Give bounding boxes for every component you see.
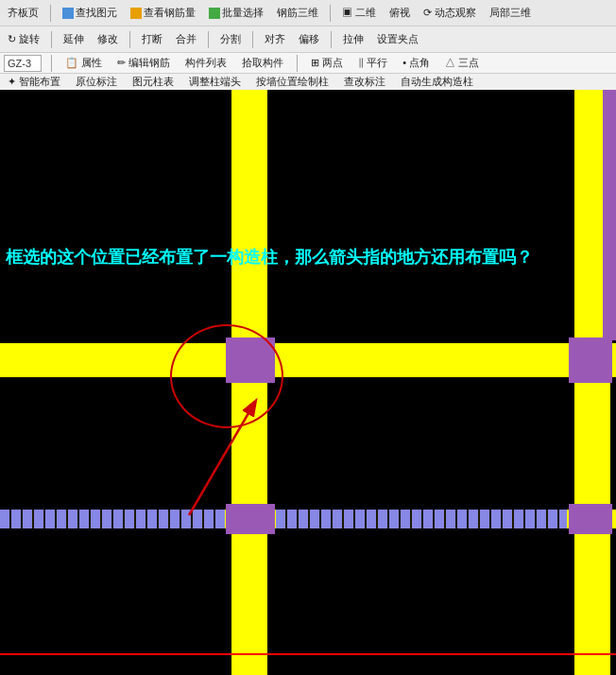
toolbar-row3: GZ-3 📋 属性 ✏ 编辑钢筋 构件列表 拾取构件 ⊞ 两点 ∥ 平行 • 点…: [0, 53, 616, 74]
sep7: [331, 31, 332, 48]
tb-偏移[interactable]: 偏移: [295, 31, 323, 47]
tb-动态观察[interactable]: ⟳ 动态观察: [419, 5, 480, 21]
tb-三点[interactable]: △ 三点: [441, 55, 483, 71]
annotation-circle: [170, 324, 283, 428]
toolbar-row2: ↻ 旋转 延伸 修改 打断 合并 分割 对齐 偏移 拉伸 设置夹点: [0, 26, 616, 53]
rebar-icon: [130, 8, 142, 19]
tb-属性[interactable]: 📋 属性: [61, 55, 106, 71]
sep3: [51, 31, 52, 48]
sep4: [129, 31, 130, 48]
tb-拾取构件[interactable]: 拾取构件: [238, 55, 287, 71]
tb-自动生成构造柱[interactable]: 自动生成构造柱: [397, 74, 477, 90]
tb-对齐[interactable]: 对齐: [261, 31, 289, 47]
tb-延伸[interactable]: 延伸: [60, 31, 88, 47]
tb-拉伸[interactable]: 拉伸: [339, 31, 368, 47]
tb-合并[interactable]: 合并: [172, 31, 200, 47]
purple-strip-right-top: [603, 90, 616, 340]
sep8: [51, 55, 52, 72]
drawing-content: 10 框选的这个位置已经布置了一构造柱，那么箭头指的地方还用布置吗？: [0, 90, 616, 675]
tb-按墙位置绘制柱[interactable]: 按墙位置绘制柱: [252, 74, 333, 90]
sep9: [297, 55, 298, 72]
black-region-lower-right: [276, 529, 573, 652]
drawing-canvas[interactable]: 10 框选的这个位置已经布置了一构造柱，那么箭头指的地方还用布置吗？: [0, 90, 616, 675]
tb-平行[interactable]: ∥ 平行: [354, 55, 391, 71]
black-region-upper-middle: [268, 90, 573, 338]
tb-批量选择[interactable]: 批量选择: [205, 5, 267, 21]
horizontal-beam-middle: [0, 343, 616, 377]
tb-调整柱端头[interactable]: 调整柱端头: [185, 74, 245, 90]
tb-局部三维[interactable]: 局部三维: [486, 5, 535, 21]
tb-打断[interactable]: 打断: [138, 31, 166, 47]
beam-stripe-left: [0, 510, 225, 528]
red-baseline: [0, 653, 616, 655]
tb-分割[interactable]: 分割: [216, 31, 245, 47]
batch-icon: [209, 8, 220, 19]
column-purple-right: [569, 338, 612, 383]
sep1: [50, 5, 51, 22]
tb-俯视[interactable]: 俯视: [385, 5, 414, 21]
sep2: [330, 5, 331, 22]
tb-编辑钢筋[interactable]: ✏ 编辑钢筋: [113, 55, 174, 71]
black-region-lower-left: [0, 529, 226, 652]
sep6: [252, 31, 253, 48]
tb-二维[interactable]: ▣ 二维: [338, 5, 380, 21]
toolbar: 齐板页 查找图元 查看钢筋量 批量选择 钢筋三维 ▣ 二维 俯视 ⟳ 动态观察 …: [0, 0, 616, 90]
toolbar-row4: ✦ 智能布置 原位标注 图元柱表 调整柱端头 按墙位置绘制柱 查改标注 自动生成…: [0, 74, 616, 90]
tb-原位标注[interactable]: 原位标注: [72, 74, 121, 90]
column-number-10: 10: [234, 94, 261, 120]
column-purple-lower-right: [569, 504, 612, 534]
tb-构件列表[interactable]: 构件列表: [181, 55, 231, 71]
tb-图元柱表[interactable]: 图元柱表: [128, 74, 178, 90]
black-region-upper-left: [0, 90, 231, 338]
tb-旋转[interactable]: ↻ 旋转: [4, 31, 43, 47]
tb-查改标注[interactable]: 查改标注: [340, 74, 389, 90]
tb-齐板页[interactable]: 齐板页: [4, 5, 43, 21]
column-purple-lower-center: [226, 504, 275, 534]
find-icon: [62, 8, 74, 19]
beam-stripe-right: [276, 510, 567, 528]
component-dropdown[interactable]: GZ-3: [4, 55, 42, 72]
tb-修改[interactable]: 修改: [94, 31, 122, 47]
toolbar-row1: 齐板页 查找图元 查看钢筋量 批量选择 钢筋三维 ▣ 二维 俯视 ⟳ 动态观察 …: [0, 0, 616, 26]
sep5: [208, 31, 209, 48]
black-region-middle-right: [276, 378, 573, 509]
tb-两点[interactable]: ⊞ 两点: [307, 55, 347, 71]
tb-查看钢筋量[interactable]: 查看钢筋量: [127, 5, 199, 21]
annotation-text: 框选的这个位置已经布置了一构造柱，那么箭头指的地方还用布置吗？: [6, 246, 533, 269]
tb-查找图元[interactable]: 查找图元: [59, 5, 121, 21]
tb-钢筋三维[interactable]: 钢筋三维: [273, 5, 322, 21]
tb-点角[interactable]: • 点角: [399, 55, 434, 71]
tb-设置夹点[interactable]: 设置夹点: [373, 31, 422, 47]
tb-智能布置[interactable]: ✦ 智能布置: [4, 74, 64, 90]
